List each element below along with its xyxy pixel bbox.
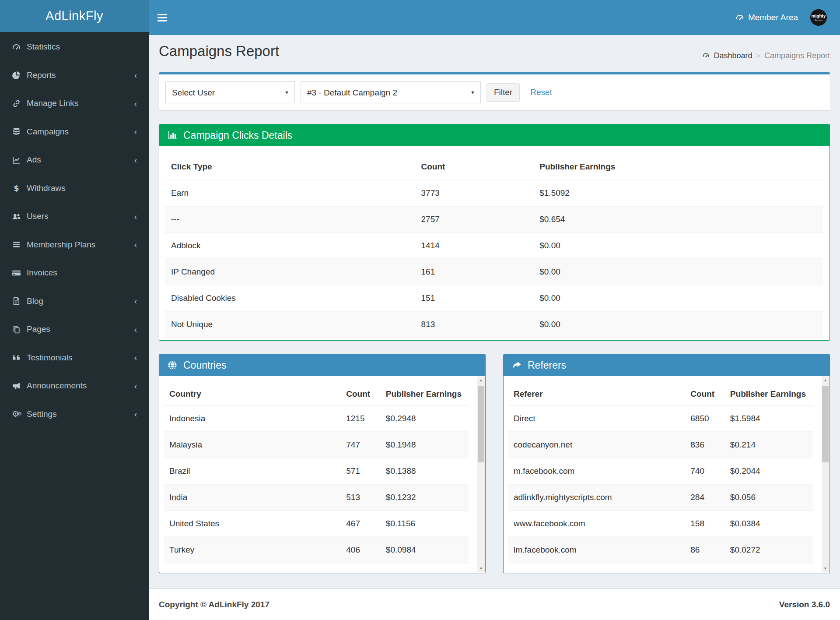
top-navbar: Member Area mighty Scripts <box>149 0 840 35</box>
scrollbar-thumb[interactable] <box>822 386 829 462</box>
ads-icon <box>12 155 27 165</box>
withdraws-icon: $ <box>12 183 27 193</box>
campaign-filter-select[interactable]: #3 - Default Campaign 2 <box>301 81 481 103</box>
scroll-down-arrow[interactable]: ▼ <box>822 565 829 572</box>
cell-click-type: IP Changed <box>165 259 416 285</box>
cell-count: 86 <box>685 537 724 563</box>
cell-country: India <box>164 484 340 511</box>
brand-logo[interactable]: AdLinkFly <box>0 0 149 32</box>
scroll-down-arrow[interactable]: ▼ <box>477 565 485 572</box>
table-row: codecanyon.net 836 $0.214 <box>508 432 813 458</box>
chevron-left-icon: ‹ <box>134 297 137 305</box>
sidebar-item-label: Membership Plans <box>27 240 134 250</box>
cell-count: 813 <box>416 311 534 338</box>
col-header-count: Count <box>416 146 534 180</box>
table-row: adlinkfly.mightyscripts.com 284 $0.056 <box>508 484 813 511</box>
testimonials-icon <box>12 353 27 362</box>
member-area-link[interactable]: Member Area <box>735 13 798 22</box>
sidebar-item[interactable]: Testimonials ‹ <box>0 344 149 372</box>
table-row: IP Changed 161 $0.00 <box>165 259 823 285</box>
sidebar-item[interactable]: Manage Links ‹ <box>0 89 149 118</box>
cell-click-type: --- <box>165 206 416 232</box>
sidebar-item[interactable]: ⚙⚙ Settings ‹ <box>0 400 149 429</box>
col-header-earnings: Publisher Earnings <box>724 376 813 405</box>
sidebar-item-label: Invoices <box>27 268 134 278</box>
breadcrumb-separator: > <box>756 52 760 60</box>
sidebar-item[interactable]: $ Withdraws ‹ <box>0 174 149 203</box>
cell-count: 747 <box>340 432 380 458</box>
cell-earnings: $0.00 <box>534 259 823 285</box>
cell-earnings: $0.0756 <box>380 563 469 573</box>
cell-earnings: $0.0384 <box>724 511 813 537</box>
scroll-up-arrow[interactable]: ▲ <box>477 377 485 384</box>
cell-count: 1215 <box>340 405 380 432</box>
col-header-earnings: Publisher Earnings <box>380 376 469 405</box>
users-icon <box>12 212 27 221</box>
breadcrumb-dashboard-link[interactable]: Dashboard <box>702 51 752 60</box>
cell-referer: m.facebook.com <box>508 458 685 484</box>
countries-body: Country Count Publisher Earnings Indones… <box>159 376 485 573</box>
blog-icon <box>12 296 27 306</box>
cell-count: 28 <box>685 563 724 573</box>
sidebar-item-label: Reports <box>27 70 134 80</box>
chevron-left-icon: ‹ <box>134 156 137 164</box>
cell-country: Turkey <box>164 537 340 563</box>
sidebar-item[interactable]: Ads ‹ <box>0 146 149 174</box>
cell-earnings: $0.1948 <box>380 432 469 458</box>
user-avatar[interactable]: mighty Scripts <box>810 9 827 26</box>
sidebar-item-label: Statistics <box>27 42 134 52</box>
table-row: www.facebook.com 158 $0.0384 <box>508 511 813 537</box>
sidebar-menu: Statistics ‹ Reports ‹ Manage Links ‹ Ca… <box>0 33 149 428</box>
clicks-table: Click Type Count Publisher Earnings Earn… <box>165 146 823 338</box>
version-text: Version 3.6.0 <box>779 600 830 609</box>
countries-table: Country Count Publisher Earnings Indones… <box>164 376 469 573</box>
sidebar-item[interactable]: Membership Plans ‹ <box>0 231 149 259</box>
statistics-icon <box>12 42 27 52</box>
footer: Copyright © AdLinkFly 2017 Version 3.6.0 <box>149 588 840 620</box>
sidebar-item[interactable]: Statistics ‹ <box>0 33 149 61</box>
cell-count: 740 <box>685 458 724 484</box>
campaign-clicks-panel: Campaign Clicks Details Click Type Count… <box>159 124 830 341</box>
reset-link[interactable]: Reset <box>530 88 552 97</box>
dashboard-icon <box>702 52 711 60</box>
campaign-clicks-body: Click Type Count Publisher Earnings Earn… <box>159 146 830 340</box>
reports-icon <box>12 70 27 80</box>
chevron-left-icon: ‹ <box>134 325 137 334</box>
cell-earnings: $0.00 <box>534 232 823 259</box>
breadcrumb: Dashboard > Campaigns Report <box>702 51 830 60</box>
share-icon <box>511 360 522 370</box>
table-row: Indonesia 1215 $0.2948 <box>164 405 469 432</box>
sidebar-item[interactable]: Blog ‹ <box>0 287 149 316</box>
copyright-text: Copyright © AdLinkFly 2017 <box>159 600 270 609</box>
settings-icon: ⚙⚙ <box>12 410 27 418</box>
svg-text:$: $ <box>14 183 19 193</box>
col-header-referer: Referer <box>508 376 685 405</box>
cell-earnings: $0.0984 <box>380 537 469 563</box>
cell-country: Indonesia <box>164 405 340 432</box>
scroll-up-arrow[interactable]: ▲ <box>822 377 829 384</box>
sidebar-item[interactable]: Users ‹ <box>0 202 149 231</box>
bar-chart-icon <box>167 130 178 141</box>
content-header: Campaigns Report Dashboard > Campaigns R… <box>159 35 830 60</box>
user-select-wrap: Select User ▼ <box>165 81 295 103</box>
panel-title: Countries <box>183 359 226 371</box>
sidebar-toggle-button[interactable] <box>151 0 173 35</box>
globe-icon <box>167 360 178 370</box>
cell-referer: lm.facebook.com <box>508 537 685 563</box>
table-row: Brazil 571 $0.1388 <box>164 458 469 484</box>
chevron-left-icon: ‹ <box>134 127 137 136</box>
sidebar-item-label: Blog <box>27 296 134 306</box>
sidebar-item[interactable]: Pages ‹ <box>0 315 149 344</box>
content-wrapper: Campaigns Report Dashboard > Campaigns R… <box>149 35 840 588</box>
sidebar-item[interactable]: Announcements ‹ <box>0 372 149 400</box>
chevron-left-icon: ‹ <box>134 99 137 108</box>
filter-button[interactable]: Filter <box>486 83 520 102</box>
table-row: Disabled Cookies 151 $0.00 <box>165 285 823 311</box>
user-filter-select[interactable]: Select User <box>165 81 295 103</box>
sidebar-item[interactable]: Campaigns ‹ <box>0 118 149 146</box>
sidebar-item[interactable]: Invoices ‹ <box>0 259 149 287</box>
scrollbar-thumb[interactable] <box>478 386 484 462</box>
sidebar-item[interactable]: Reports ‹ <box>0 61 149 90</box>
chevron-left-icon: ‹ <box>134 71 137 79</box>
cell-click-type: Disabled Cookies <box>165 285 416 311</box>
